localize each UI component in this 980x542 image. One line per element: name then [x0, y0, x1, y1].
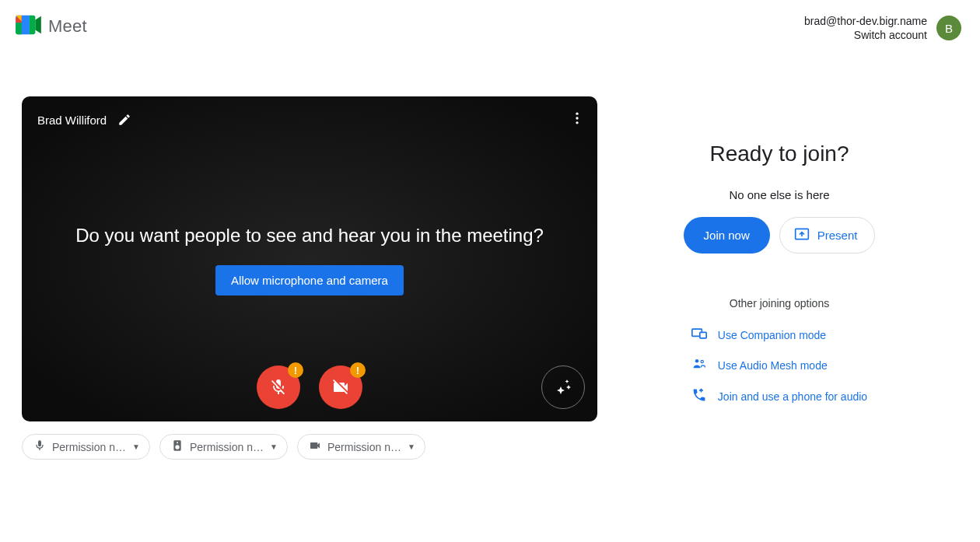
mic-device-selector[interactable]: Permission ne… ▼ [22, 434, 150, 460]
user-name: Brad Williford [37, 114, 107, 127]
phone-label: Join and use a phone for audio [718, 390, 867, 403]
account-area: brad@thor-dev.bigr.name Switch account B [804, 14, 961, 42]
phone-audio-link[interactable]: Join and use a phone for audio [691, 387, 867, 405]
other-options-header: Other joining options [730, 297, 829, 309]
chevron-down-icon: ▼ [408, 442, 415, 451]
join-now-button[interactable]: Join now [684, 217, 770, 254]
switch-account-link[interactable]: Switch account [854, 28, 927, 42]
mic-toggle-button[interactable]: ! [257, 365, 300, 409]
svg-point-1 [576, 113, 578, 115]
allow-mic-camera-button[interactable]: Allow microphone and camera [215, 265, 404, 295]
camera-device-label: Permission ne… [327, 441, 401, 453]
svg-marker-0 [35, 16, 40, 33]
permission-prompt-text: Do you want people to see and hear you i… [22, 225, 597, 247]
participants-status: No one else is here [729, 188, 829, 201]
svg-point-3 [576, 121, 578, 124]
visual-effects-button[interactable] [541, 365, 585, 409]
audio-mesh-label: Use Audio Mesh mode [718, 359, 828, 372]
speaker-icon [171, 439, 184, 454]
svg-rect-6 [700, 332, 706, 338]
speaker-device-label: Permission ne… [190, 441, 264, 453]
camera-device-selector[interactable]: Permission ne… ▼ [297, 434, 425, 460]
present-button[interactable]: Present [779, 217, 876, 254]
svg-point-8 [701, 360, 703, 362]
ready-heading: Ready to join? [709, 142, 849, 166]
mic-warning-badge: ! [288, 362, 303, 378]
chevron-down-icon: ▼ [132, 442, 140, 451]
svg-point-7 [695, 359, 699, 363]
present-label: Present [817, 229, 858, 242]
audio-mesh-link[interactable]: Use Audio Mesh mode [691, 357, 828, 373]
audio-mesh-icon [691, 357, 707, 373]
camera-icon [309, 439, 321, 454]
account-email: brad@thor-dev.bigr.name [804, 14, 927, 28]
more-options-icon[interactable] [569, 110, 585, 129]
speaker-device-selector[interactable]: Permission ne… ▼ [159, 434, 288, 460]
mic-icon [33, 439, 46, 454]
avatar[interactable]: B [936, 16, 961, 40]
mic-device-label: Permission ne… [52, 441, 126, 453]
video-preview: Brad Williford Do you want people to see… [22, 96, 597, 421]
companion-label: Use Companion mode [718, 329, 826, 341]
companion-icon [691, 327, 707, 343]
chevron-down-icon: ▼ [270, 442, 278, 451]
brand-text: Meet [48, 16, 87, 37]
present-icon [794, 227, 810, 243]
meet-logo-icon [16, 14, 42, 39]
camera-warning-badge: ! [350, 362, 366, 378]
edit-name-icon[interactable] [117, 113, 131, 127]
phone-icon [691, 387, 707, 405]
companion-mode-link[interactable]: Use Companion mode [691, 327, 826, 343]
brand[interactable]: Meet [16, 14, 87, 39]
camera-toggle-button[interactable]: ! [319, 365, 362, 409]
svg-point-2 [576, 117, 578, 119]
